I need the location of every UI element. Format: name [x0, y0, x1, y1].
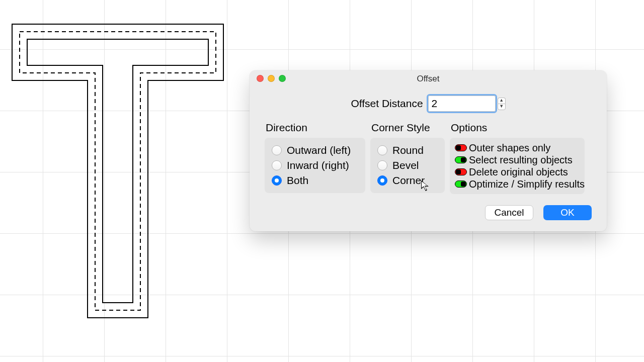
direction-inward-label: Inward (right) — [287, 159, 349, 171]
dialog-title: Offset — [417, 74, 439, 84]
options-group-title: Options — [451, 122, 585, 134]
offset-outer-path — [12, 24, 223, 318]
toggle-icon — [455, 168, 467, 175]
radio-icon — [377, 175, 387, 186]
direction-both[interactable]: Both — [272, 173, 358, 188]
corner-corner[interactable]: Corner — [377, 173, 438, 188]
corner-round-label: Round — [392, 144, 424, 156]
toggle-icon — [455, 144, 467, 151]
option-delete-original-label: Delete original objects — [469, 166, 568, 178]
option-outer-only-label: Outer shapes only — [469, 142, 550, 154]
window-controls — [257, 75, 286, 82]
toggle-icon — [455, 180, 467, 188]
direction-group: Outward (left) Inward (right) Both — [265, 138, 365, 193]
corner-group-title: Corner Style — [371, 122, 445, 134]
corner-round[interactable]: Round — [377, 143, 438, 158]
direction-outward-label: Outward (left) — [287, 144, 351, 156]
offset-distance-label: Offset Distance — [351, 98, 423, 110]
stepper-up-icon[interactable]: ▲ — [498, 98, 506, 104]
canvas-shapes — [0, 0, 252, 342]
direction-inward[interactable]: Inward (right) — [272, 158, 358, 173]
options-group: Outer shapes only Select resulting objec… — [450, 138, 585, 194]
ok-button[interactable]: OK — [543, 205, 592, 220]
radio-icon — [272, 145, 282, 155]
option-delete-original[interactable]: Delete original objects — [455, 166, 580, 178]
stepper-down-icon[interactable]: ▼ — [498, 104, 506, 110]
radio-icon — [377, 145, 387, 155]
option-optimize-label: Optimize / Simplify results — [469, 178, 585, 190]
corner-bevel[interactable]: Bevel — [377, 158, 438, 173]
radio-icon — [377, 160, 387, 170]
direction-outward[interactable]: Outward (left) — [272, 143, 358, 158]
dialog-titlebar: Offset — [250, 70, 607, 87]
cancel-button[interactable]: Cancel — [485, 205, 533, 220]
offset-inner-path — [27, 39, 208, 303]
option-select-resulting[interactable]: Select resulting objects — [455, 154, 580, 166]
radio-icon — [272, 175, 282, 186]
direction-both-label: Both — [287, 174, 308, 187]
minimize-icon[interactable] — [268, 75, 275, 82]
toggle-icon — [455, 156, 467, 163]
close-icon[interactable] — [257, 75, 264, 82]
option-select-resulting-label: Select resulting objects — [469, 154, 573, 166]
option-outer-only[interactable]: Outer shapes only — [455, 142, 580, 154]
original-path — [20, 32, 216, 310]
offset-distance-input[interactable] — [428, 96, 496, 112]
offset-dialog: Offset Offset Distance ▲ ▼ Direction Out… — [250, 70, 607, 231]
corner-group: Round Bevel Corner — [370, 138, 445, 193]
zoom-icon[interactable] — [279, 75, 286, 82]
corner-bevel-label: Bevel — [392, 159, 419, 171]
direction-group-title: Direction — [266, 122, 365, 134]
radio-icon — [272, 160, 282, 170]
option-optimize[interactable]: Optimize / Simplify results — [455, 178, 580, 190]
offset-distance-stepper: ▲ ▼ — [498, 96, 506, 112]
corner-corner-label: Corner — [392, 174, 425, 187]
